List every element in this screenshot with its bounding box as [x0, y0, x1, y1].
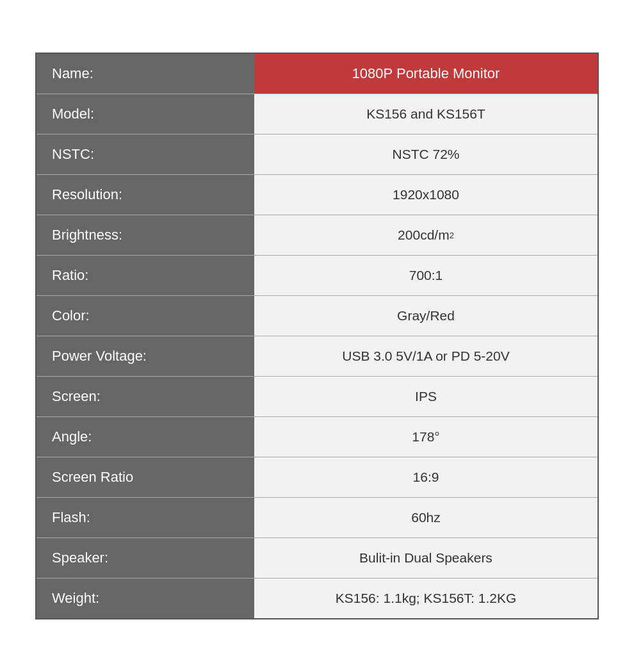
label-cell: Ratio:: [37, 256, 254, 295]
label-cell: Angle:: [37, 417, 254, 457]
value-cell: 60hz: [254, 498, 597, 537]
value-cell: Bulit-in Dual Speakers: [254, 538, 597, 578]
value-cell: NSTC 72%: [254, 135, 597, 174]
table-row: Name:1080P Portable Monitor: [37, 54, 597, 94]
label-cell: Screen:: [37, 377, 254, 416]
value-cell: 700:1: [254, 256, 597, 295]
value-cell: KS156: 1.1kg; KS156T: 1.2KG: [254, 578, 597, 618]
label-cell: Model:: [37, 94, 254, 134]
label-cell: Screen Ratio: [37, 457, 254, 497]
table-row: Color:Gray/Red: [37, 296, 597, 336]
table-row: Power Voltage:USB 3.0 5V/1A or PD 5-20V: [37, 336, 597, 377]
table-row: Weight:KS156: 1.1kg; KS156T: 1.2KG: [37, 578, 597, 618]
value-cell: IPS: [254, 377, 597, 416]
table-row: Screen Ratio16:9: [37, 457, 597, 498]
table-row: Angle:178°: [37, 417, 597, 457]
value-cell: 16:9: [254, 457, 597, 497]
label-cell: Speaker:: [37, 538, 254, 578]
value-cell: 178°: [254, 417, 597, 457]
table-row: Brightness:200cd/m2: [37, 215, 597, 256]
spec-table: Name:1080P Portable MonitorModel:KS156 a…: [35, 53, 599, 619]
table-row: Model:KS156 and KS156T: [37, 94, 597, 135]
value-cell: KS156 and KS156T: [254, 94, 597, 134]
value-cell: 1080P Portable Monitor: [254, 54, 597, 94]
table-row: Speaker:Bulit-in Dual Speakers: [37, 538, 597, 578]
table-row: NSTC:NSTC 72%: [37, 135, 597, 175]
value-cell: 1920x1080: [254, 175, 597, 215]
label-cell: Resolution:: [37, 175, 254, 215]
label-cell: Brightness:: [37, 215, 254, 255]
label-cell: Weight:: [37, 578, 254, 618]
label-cell: NSTC:: [37, 135, 254, 174]
table-row: Flash:60hz: [37, 498, 597, 538]
value-cell: USB 3.0 5V/1A or PD 5-20V: [254, 336, 597, 376]
label-cell: Flash:: [37, 498, 254, 537]
table-row: Resolution:1920x1080: [37, 175, 597, 215]
value-cell: Gray/Red: [254, 296, 597, 336]
label-cell: Color:: [37, 296, 254, 336]
table-row: Ratio:700:1: [37, 256, 597, 296]
label-cell: Power Voltage:: [37, 336, 254, 376]
value-cell: 200cd/m2: [254, 215, 597, 255]
label-cell: Name:: [37, 54, 254, 94]
table-row: Screen:IPS: [37, 377, 597, 417]
